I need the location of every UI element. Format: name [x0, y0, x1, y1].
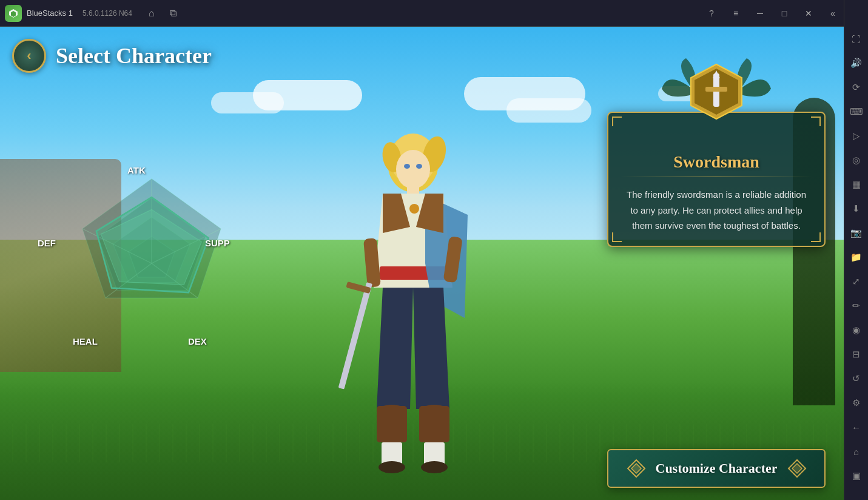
class-description: The friendly swordsman is a reliable add…	[621, 187, 812, 234]
help-button[interactable]: ?	[701, 0, 722, 27]
rotate-icon[interactable]: ⟳	[844, 75, 869, 100]
svg-marker-41	[631, 464, 641, 473]
app-version: 5.6.0.1126 N64	[82, 9, 132, 18]
class-icon-container	[680, 58, 753, 125]
expand-icon[interactable]: ⛶	[844, 27, 869, 51]
svg-point-34	[409, 204, 419, 214]
svg-point-17	[396, 150, 430, 189]
minimize-button[interactable]: ─	[749, 0, 771, 27]
svg-rect-31	[338, 282, 372, 389]
performance-icon[interactable]: ▦	[844, 172, 869, 197]
multi-nav-button[interactable]: ⧉	[164, 4, 183, 23]
radar-svg	[36, 148, 267, 379]
right-sidebar: ⛶ 🔊 ⟳ ⌨ ▷ ◎ ▦ ⬇ 📷 📁 ⤢ ✏ ◉ ⊟ ↺ ⚙ ← ⌂ ▣	[844, 0, 868, 500]
back-nav-icon[interactable]: ←	[844, 415, 869, 439]
svg-rect-38	[705, 87, 727, 92]
close-button[interactable]: ✕	[798, 0, 819, 27]
divider	[621, 177, 812, 177]
back-arrow-icon: ‹	[27, 48, 31, 64]
back-button[interactable]: ‹	[12, 39, 46, 73]
screenshot-icon[interactable]: 📷	[844, 221, 869, 245]
replay-icon[interactable]: ▷	[844, 124, 869, 148]
svg-rect-24	[377, 406, 407, 442]
radar-chart: ATK DEF SUPP HEAL DEX	[36, 148, 267, 379]
button-left-decoration	[624, 456, 648, 481]
location-icon[interactable]: ◎	[844, 148, 869, 172]
pin-icon[interactable]: ◉	[844, 318, 869, 342]
page-header: ‹ Select Character	[12, 39, 212, 73]
page-title: Select Character	[56, 43, 212, 69]
keyboard-icon[interactable]: ⌨	[844, 100, 869, 124]
svg-rect-25	[419, 406, 449, 442]
character-figure	[322, 106, 504, 500]
corner-decoration-bl	[612, 232, 622, 242]
apk-icon[interactable]: ⬇	[844, 197, 869, 221]
corner-decoration-tr	[811, 117, 821, 126]
settings-icon[interactable]: ⚙	[844, 391, 869, 415]
folder-icon[interactable]: 📁	[844, 245, 869, 269]
bluestacks-logo	[5, 5, 22, 22]
titlebar: BlueStacks 1 5.6.0.1126 N64 ⌂ ⧉ ? ≡ ─ □ …	[0, 0, 844, 27]
layers-icon[interactable]: ⊟	[844, 342, 869, 367]
class-name: Swordsman	[621, 152, 812, 172]
right-diamond-icon	[786, 458, 808, 479]
class-hexagon	[686, 61, 747, 122]
home-nav-icon[interactable]: ⌂	[844, 439, 869, 464]
corner-decoration-tl	[612, 117, 622, 126]
radar-heal-label: HEAL	[73, 336, 98, 346]
menu-button[interactable]: ≡	[725, 0, 747, 27]
home-nav-button[interactable]: ⌂	[142, 4, 161, 23]
character-info-panel: Swordsman The friendly swordsman is a re…	[607, 112, 826, 247]
radar-dex-label: DEX	[188, 336, 207, 346]
radar-atk-label: ATK	[127, 165, 146, 175]
edit-icon[interactable]: ✏	[844, 294, 869, 318]
svg-point-29	[421, 461, 448, 473]
recent-nav-icon[interactable]: ▣	[844, 464, 869, 488]
radar-supp-label: SUPP	[205, 238, 230, 248]
maximize-button[interactable]: □	[773, 0, 795, 27]
app-name: BlueStacks 1	[27, 8, 73, 18]
titlebar-nav: ⌂ ⧉	[142, 4, 183, 23]
customize-character-button[interactable]: Customize Character	[607, 449, 826, 488]
refresh-icon[interactable]: ↺	[844, 367, 869, 391]
corner-decoration-br	[811, 232, 821, 242]
svg-point-19	[416, 164, 422, 169]
titlebar-controls: ? ≡ ─ □ ✕ «	[701, 0, 844, 27]
character-svg	[322, 106, 504, 500]
customize-button-label: Customize Character	[656, 461, 778, 476]
left-diamond-icon	[625, 458, 647, 479]
volume-icon[interactable]: 🔊	[844, 51, 869, 75]
sidebar-toggle-button[interactable]: «	[822, 0, 844, 27]
svg-point-18	[404, 164, 410, 169]
radar-def-label: DEF	[38, 238, 56, 248]
svg-marker-43	[792, 464, 802, 473]
resize-icon[interactable]: ⤢	[844, 269, 869, 294]
svg-point-28	[378, 461, 405, 473]
game-area: ‹ Select Character ATK DE	[0, 27, 844, 500]
button-right-decoration	[785, 456, 809, 481]
